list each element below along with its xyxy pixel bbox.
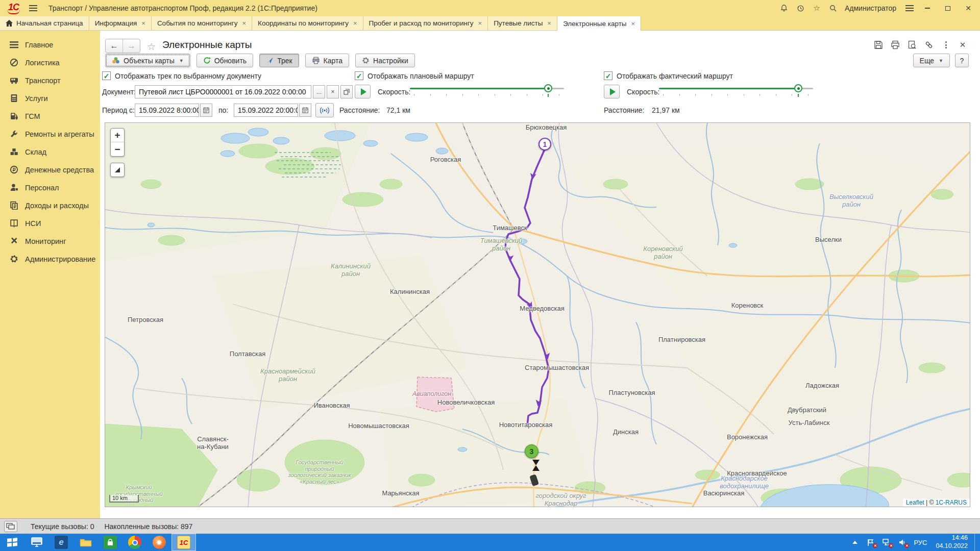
document-field[interactable]: Путевой лист ЦБРО0000001 от 16.09.2022 0… (135, 85, 311, 98)
plan-play-button[interactable] (355, 85, 371, 98)
taskbar-1c-app[interactable]: 1С (172, 534, 196, 551)
sidebar-item-warehouse[interactable]: Склад (0, 143, 100, 161)
sidebar-item-nsi[interactable]: НСИ (0, 214, 100, 232)
tab-close-icon[interactable]: × (478, 19, 482, 27)
sidebar-item-personnel[interactable]: Персонал (0, 179, 100, 196)
close-form-icon[interactable]: ✕ (958, 40, 968, 50)
vendor-link[interactable]: 1C-RARUS (936, 499, 967, 506)
main-menu-icon[interactable] (29, 5, 37, 11)
close-button[interactable]: ✕ (962, 3, 975, 13)
minimize-button[interactable] (921, 3, 934, 13)
language-indicator[interactable]: РУС (914, 539, 927, 546)
tab-information[interactable]: Информация× (89, 16, 152, 30)
taskbar-chrome-app[interactable] (122, 534, 147, 551)
settings-gear-icon (362, 57, 370, 64)
slider-handle[interactable] (794, 84, 802, 92)
zoom-out-button[interactable]: − (111, 142, 124, 156)
slider-handle[interactable] (544, 84, 552, 92)
sidebar-item-fuel[interactable]: ГСМ (0, 107, 100, 125)
taskbar-store-app[interactable] (98, 534, 122, 551)
tray-expand-icon[interactable] (850, 538, 860, 546)
sidebar-item-money[interactable]: ₽Денежные средства (0, 161, 100, 179)
tray-volume-icon[interactable]: ✕ (898, 538, 907, 546)
refresh-button[interactable]: Обновить (197, 54, 253, 67)
taskbar-clock[interactable]: 14:46 04.10.2022 (936, 534, 968, 550)
checkbox-label: Отображать трек по выбранному документу (115, 72, 261, 80)
period-to-field[interactable]: 15.09.2022 20:00:00 (234, 104, 298, 117)
sidebar-item-label: Склад (25, 148, 46, 156)
forward-button[interactable]: → (123, 39, 140, 53)
start-button[interactable] (0, 534, 24, 551)
fact-play-button[interactable] (604, 85, 620, 98)
fact-speed-slider[interactable] (659, 84, 813, 97)
document-open-button[interactable] (340, 85, 353, 98)
history-icon[interactable] (796, 4, 805, 13)
sidebar-item-main[interactable]: Главное (0, 36, 100, 54)
period-to-calendar-button[interactable] (299, 104, 311, 117)
show-plan-checkbox[interactable]: ✓ (355, 71, 363, 80)
document-clear-button[interactable]: × (327, 85, 339, 98)
vehicle-icon[interactable] (529, 459, 543, 488)
track-button[interactable]: Трек (259, 54, 299, 67)
document-choose-button[interactable]: ... (313, 85, 325, 98)
more-actions-kebab-icon[interactable] (941, 40, 951, 50)
leaflet-link[interactable]: Leaflet (906, 499, 924, 506)
add-favorite-star-icon[interactable]: ☆ (147, 41, 156, 53)
user-name[interactable]: Администратор (845, 4, 896, 12)
monitoring-signal-button[interactable] (315, 103, 334, 117)
period-from-calendar-button[interactable] (200, 104, 212, 117)
notifications-bell-icon[interactable] (779, 4, 789, 13)
display-icon (31, 537, 43, 548)
period-from-field[interactable]: 15.09.2022 8:00:00 (135, 104, 199, 117)
map-marker-1[interactable]: 1 (538, 138, 551, 151)
sidebar-item-repairs[interactable]: Ремонты и агрегаты (0, 125, 100, 143)
favorites-star-icon[interactable]: ☆ (812, 4, 821, 13)
tab-close-icon[interactable]: × (631, 20, 635, 28)
print-icon[interactable] (890, 40, 900, 50)
tab-monitoring-coordinates[interactable]: Координаты по мониторингу× (252, 16, 363, 30)
tab-close-icon[interactable]: × (547, 19, 551, 27)
help-button[interactable]: ? (955, 54, 969, 67)
link-icon[interactable] (924, 40, 934, 50)
show-fact-checkbox[interactable]: ✓ (604, 71, 612, 80)
back-button[interactable]: ← (106, 39, 122, 53)
sidebar-item-logistics[interactable]: Логистика (0, 54, 100, 71)
more-button[interactable]: Еще▼ (913, 54, 950, 67)
map-marker-3[interactable]: 3 (525, 444, 538, 458)
map-button[interactable]: Карта (305, 54, 349, 67)
taskbar-misc-app[interactable]: ❋ (147, 534, 172, 551)
service-menu-icon[interactable] (905, 5, 914, 11)
tab-close-icon[interactable]: × (141, 19, 145, 27)
tab-home[interactable]: Начальная страница (0, 16, 89, 30)
zoom-in-button[interactable]: + (111, 129, 124, 142)
tab-waybills[interactable]: Путевые листы× (488, 16, 557, 30)
show-track-checkbox[interactable]: ✓ (102, 71, 111, 80)
measure-button[interactable] (110, 163, 125, 177)
sidebar-item-administration[interactable]: Администрирование (0, 250, 100, 268)
tray-network-icon[interactable]: ✕ (882, 538, 891, 546)
preview-icon[interactable] (907, 40, 917, 50)
book-icon (10, 219, 18, 228)
tray-flag-icon[interactable]: ✕ (866, 538, 875, 546)
tab-close-icon[interactable]: × (242, 19, 246, 27)
taskbar-browser-app[interactable]: e (49, 534, 74, 551)
sidebar-item-services[interactable]: Услуги (0, 89, 100, 107)
tab-electronic-maps[interactable]: Электронные карты× (557, 16, 641, 31)
sidebar-item-monitoring[interactable]: Мониторинг (0, 232, 100, 250)
maximize-button[interactable] (941, 3, 954, 13)
plan-speed-slider[interactable] (410, 84, 564, 97)
tab-monitoring-mileage[interactable]: Пробег и расход по мониторингу× (363, 16, 488, 30)
show-desktop-button[interactable] (974, 534, 978, 551)
tab-monitoring-events[interactable]: События по мониторингу× (152, 16, 252, 30)
taskbar-file-explorer[interactable] (74, 534, 98, 551)
taskbar-desktop-app[interactable] (24, 534, 49, 551)
settings-button[interactable]: Настройки (355, 54, 415, 67)
sidebar-item-income-expense[interactable]: ₽Доходы и расходы (0, 196, 100, 214)
map-canvas[interactable]: БрюховецкаяРоговскаяТимашевскВыселкиКали… (105, 122, 970, 507)
tab-close-icon[interactable]: × (353, 19, 357, 27)
search-icon[interactable] (828, 4, 838, 13)
sidebar-item-transport[interactable]: Транспорт (0, 71, 100, 89)
calls-icon[interactable] (4, 521, 17, 532)
map-objects-button[interactable]: Объекты карты▼ (105, 54, 190, 67)
save-icon[interactable] (873, 40, 884, 50)
